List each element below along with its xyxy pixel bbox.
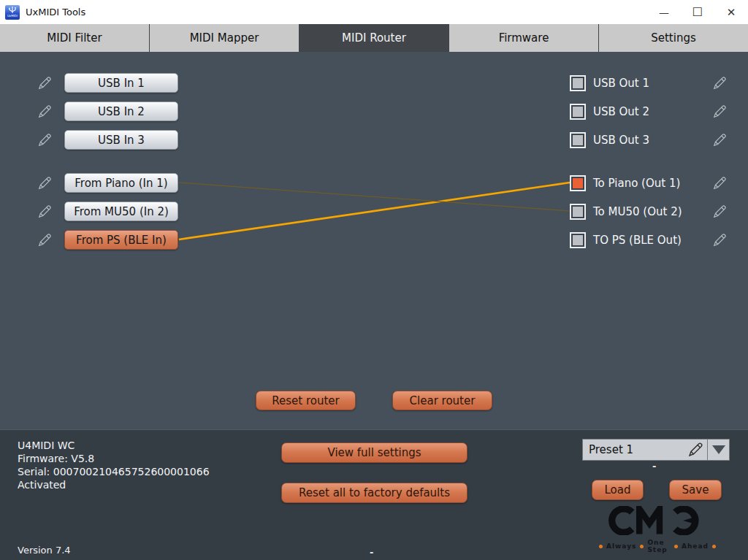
input-row-usb3: USB In 3 bbox=[35, 130, 178, 150]
input-port-button[interactable]: From Piano (In 1) bbox=[64, 173, 178, 193]
input-row-usb2: USB In 2 bbox=[35, 101, 178, 121]
output-checkbox[interactable] bbox=[570, 232, 586, 248]
edit-pencil-icon[interactable] bbox=[710, 74, 729, 93]
reset-router-button[interactable]: Reset router bbox=[256, 391, 356, 410]
dot-icon bbox=[712, 545, 716, 548]
output-checkbox[interactable] bbox=[570, 75, 586, 91]
cme-logo-mark bbox=[599, 506, 710, 535]
edit-pencil-icon[interactable] bbox=[35, 202, 54, 221]
factory-defaults-button[interactable]: Reset all to factory defaults bbox=[281, 483, 468, 503]
dot-icon bbox=[674, 545, 678, 548]
app-window: UxMIDI UxMIDI Tools — ☐ ✕ MIDI Filter MI… bbox=[0, 0, 748, 560]
serial-number: Serial: 000700210465752600001066 bbox=[18, 465, 210, 478]
close-button[interactable]: ✕ bbox=[714, 0, 748, 24]
tagline-word: Always bbox=[606, 542, 636, 550]
preset-dropdown-button[interactable] bbox=[707, 440, 729, 460]
preset-dash: - bbox=[652, 461, 656, 472]
input-row-ps: From PS (BLE In) bbox=[35, 230, 178, 250]
footer-panel: U4MIDI WC Firmware: V5.8 Serial: 0007002… bbox=[0, 429, 748, 560]
input-port-button[interactable]: USB In 3 bbox=[64, 130, 178, 150]
edit-pencil-icon[interactable] bbox=[35, 102, 54, 121]
minimize-button[interactable]: — bbox=[647, 0, 681, 24]
dot-icon bbox=[599, 545, 603, 548]
title-bar: UxMIDI UxMIDI Tools — ☐ ✕ bbox=[0, 0, 748, 24]
input-row-usb1: USB In 1 bbox=[35, 73, 178, 93]
output-row-usb3: USB Out 3 bbox=[570, 130, 649, 150]
tab-bar: MIDI Filter MIDI Mapper MIDI Router Firm… bbox=[0, 24, 748, 52]
chevron-down-icon bbox=[712, 445, 725, 454]
tagline-word: One Step bbox=[647, 539, 671, 553]
clear-router-button[interactable]: Clear router bbox=[392, 391, 492, 410]
output-row-piano: To Piano (Out 1) bbox=[570, 173, 680, 193]
edit-pencil-icon[interactable] bbox=[710, 202, 729, 221]
window-controls: — ☐ ✕ bbox=[647, 0, 748, 24]
output-label: USB Out 2 bbox=[593, 105, 649, 118]
output-label: To MU50 (Out 2) bbox=[593, 205, 682, 218]
edit-pencil-icon[interactable] bbox=[35, 231, 54, 250]
edit-pencil-icon[interactable] bbox=[710, 231, 729, 250]
output-row-usb1: USB Out 1 bbox=[570, 73, 668, 93]
edit-pencil-icon[interactable] bbox=[35, 174, 54, 193]
tab-midi-filter[interactable]: MIDI Filter bbox=[0, 24, 150, 52]
activation-status: Activated bbox=[18, 478, 210, 491]
router-panel: USB In 1 USB In 2 USB In 3 From Piano (I… bbox=[0, 52, 748, 429]
output-row-mu50: To MU50 (Out 2) bbox=[570, 202, 682, 221]
edit-pencil-icon[interactable] bbox=[687, 441, 704, 459]
output-checkbox[interactable] bbox=[570, 204, 586, 220]
preset-selector[interactable]: Preset 1 bbox=[582, 439, 730, 461]
output-checkbox[interactable] bbox=[570, 132, 586, 148]
input-port-button[interactable]: From PS (BLE In) bbox=[64, 230, 178, 250]
edit-pencil-icon[interactable] bbox=[649, 74, 668, 93]
cme-logo: Always One Step Ahead bbox=[599, 506, 716, 553]
output-label: TO PS (BLE Out) bbox=[593, 234, 682, 247]
tab-midi-router[interactable]: MIDI Router bbox=[299, 24, 449, 52]
device-info: U4MIDI WC Firmware: V5.8 Serial: 0007002… bbox=[18, 439, 210, 491]
input-row-mu50: From MU50 (In 2) bbox=[35, 202, 178, 221]
input-port-button[interactable]: From MU50 (In 2) bbox=[64, 202, 178, 221]
output-label: USB Out 1 bbox=[593, 77, 649, 90]
app-version: Version 7.4 bbox=[18, 545, 71, 556]
output-checkbox[interactable] bbox=[570, 104, 586, 120]
output-row-ps: TO PS (BLE Out) bbox=[570, 230, 682, 250]
output-label: USB Out 3 bbox=[593, 134, 649, 147]
output-checkbox[interactable] bbox=[570, 175, 586, 191]
edit-pencil-icon[interactable] bbox=[710, 174, 729, 193]
cme-tagline: Always One Step Ahead bbox=[599, 539, 716, 553]
edit-pencil-icon[interactable] bbox=[710, 131, 729, 150]
app-icon: UxMIDI bbox=[5, 5, 20, 20]
tab-settings[interactable]: Settings bbox=[599, 24, 748, 52]
dot-icon bbox=[640, 545, 644, 548]
edit-pencil-icon[interactable] bbox=[35, 74, 54, 93]
view-full-settings-button[interactable]: View full settings bbox=[281, 442, 468, 463]
save-button[interactable]: Save bbox=[669, 480, 722, 500]
maximize-button[interactable]: ☐ bbox=[681, 0, 714, 24]
app-icon-label: UxMIDI bbox=[7, 15, 18, 18]
input-row-piano: From Piano (In 1) bbox=[35, 173, 178, 193]
input-port-button[interactable]: USB In 2 bbox=[64, 101, 178, 121]
edit-pencil-icon[interactable] bbox=[710, 102, 729, 121]
center-dash: - bbox=[370, 547, 373, 558]
output-label: To Piano (Out 1) bbox=[593, 177, 680, 190]
device-name: U4MIDI WC bbox=[18, 439, 210, 452]
output-row-usb2: USB Out 2 bbox=[570, 101, 649, 121]
firmware-version: Firmware: V5.8 bbox=[18, 452, 210, 465]
load-button[interactable]: Load bbox=[592, 480, 644, 500]
tab-firmware[interactable]: Firmware bbox=[449, 24, 599, 52]
window-title: UxMIDI Tools bbox=[26, 7, 85, 18]
preset-name[interactable]: Preset 1 bbox=[583, 443, 687, 456]
tab-midi-mapper[interactable]: MIDI Mapper bbox=[150, 24, 299, 52]
tagline-word: Ahead bbox=[682, 542, 709, 550]
input-port-button[interactable]: USB In 1 bbox=[64, 73, 178, 93]
edit-pencil-icon[interactable] bbox=[35, 131, 54, 150]
